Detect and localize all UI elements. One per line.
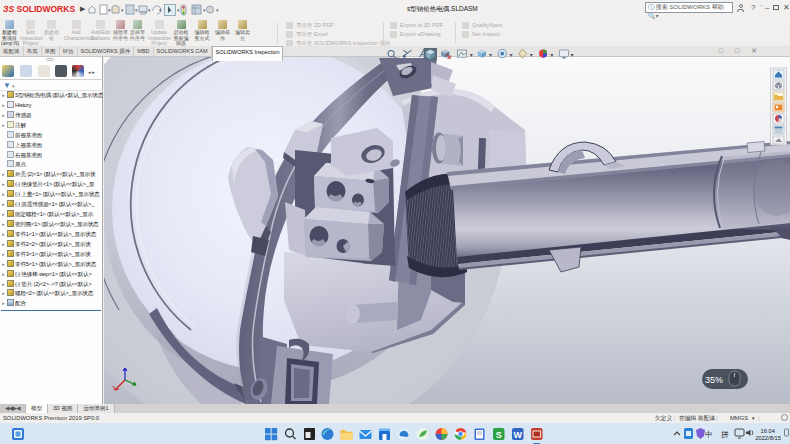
svg-text:▾: ▾	[121, 7, 124, 13]
svg-text:▾: ▾	[470, 51, 474, 58]
svg-text:W: W	[513, 430, 522, 440]
svg-text:▾: ▾	[216, 7, 219, 13]
svg-text:▾: ▾	[203, 7, 206, 13]
svg-text:S: S	[496, 430, 502, 440]
svg-text:35%: 35%	[705, 375, 723, 385]
svg-text:▾: ▾	[550, 51, 554, 58]
svg-text:▾: ▾	[159, 7, 162, 13]
svg-text:▾: ▾	[530, 51, 534, 58]
svg-text:▾: ▾	[177, 7, 180, 13]
svg-text:▾: ▾	[135, 7, 138, 13]
svg-text:▾: ▾	[108, 7, 111, 13]
svg-text:▾: ▾	[509, 51, 513, 58]
svg-text:▾: ▾	[489, 51, 493, 58]
svg-text:2022/8/15: 2022/8/15	[755, 435, 781, 441]
svg-text:16:04: 16:04	[760, 428, 775, 434]
svg-text:中: 中	[705, 430, 713, 439]
svg-text:▾: ▾	[571, 51, 575, 58]
svg-text:拼: 拼	[721, 430, 729, 439]
svg-text:▾: ▾	[148, 7, 151, 13]
